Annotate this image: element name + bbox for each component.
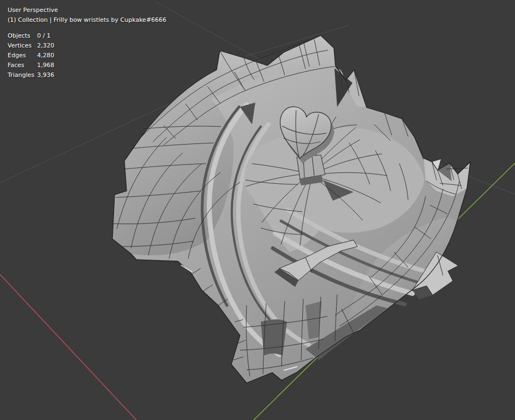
viewport-canvas[interactable] — [0, 0, 515, 420]
blender-3d-viewport[interactable]: User Perspective (1) Collection | Frilly… — [0, 0, 515, 420]
